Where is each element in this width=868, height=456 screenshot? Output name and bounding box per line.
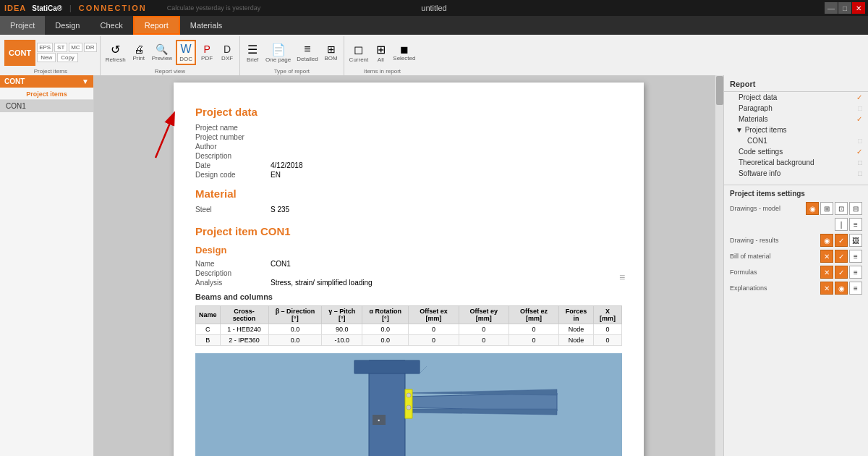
- settings-btn-drawings-2[interactable]: ⊞: [820, 202, 833, 215]
- brand-name: StatiCa®: [32, 4, 62, 12]
- tb-eps-btn[interactable]: EPS: [37, 43, 53, 52]
- settings-row-drawing-results: Drawing - results ◉ ✓ 🖼: [730, 234, 862, 247]
- tb-selected-btn[interactable]: ◼ Selected: [391, 42, 417, 63]
- menu-bar: Project Design Check Report Materials: [0, 16, 868, 35]
- tree-project-data[interactable]: Project data ✓: [724, 92, 868, 103]
- tb-copy-btn[interactable]: Copy: [57, 53, 78, 62]
- tb-dxf-btn[interactable]: D DXF: [218, 42, 237, 63]
- menu-item-materials[interactable]: Materials: [180, 16, 233, 35]
- settings-title: Project items settings: [730, 190, 862, 198]
- right-panel: Report Project data ✓ Paragraph □ Materi…: [723, 75, 868, 456]
- tree-materials[interactable]: Materials ✓: [724, 114, 868, 124]
- settings-btn-results-2[interactable]: ✓: [835, 234, 848, 247]
- page-column-indicator: ≡: [619, 271, 625, 283]
- settings-btn-bom-2[interactable]: ✓: [835, 250, 848, 263]
- tree-project-items[interactable]: ▼ Project items: [724, 124, 868, 135]
- field-desc: Description: [195, 269, 622, 277]
- minimize-button[interactable]: —: [825, 2, 838, 14]
- settings-btn-bom-3[interactable]: ≡: [849, 250, 862, 263]
- settings-btn-row2-1[interactable]: |: [835, 218, 848, 231]
- beams-columns-title: Beams and columns: [195, 292, 622, 301]
- tb-dr-btn[interactable]: DR: [84, 43, 97, 52]
- field-project-number: Project number: [195, 133, 622, 141]
- menu-item-project[interactable]: Project: [0, 16, 45, 35]
- settings-btn-results-3[interactable]: 🖼: [849, 234, 862, 247]
- field-author: Author: [195, 143, 622, 151]
- tb-print-btn[interactable]: 🖨 Print: [129, 42, 148, 63]
- sidebar-expand-icon[interactable]: ▼: [82, 77, 89, 85]
- settings-btn-row2-2[interactable]: ≡: [849, 218, 862, 231]
- tb-preview-btn[interactable]: 🔍 Preview: [150, 42, 174, 63]
- menu-item-design[interactable]: Design: [45, 16, 90, 35]
- settings-bom-icons: ✕ ✓ ≡: [820, 250, 862, 263]
- tb-bom-btn[interactable]: ⊞ BOM: [322, 42, 341, 63]
- close-button[interactable]: ✕: [852, 2, 865, 14]
- settings-icons-row2: | ≡: [835, 218, 862, 231]
- field-design-code: Design code EN: [195, 171, 622, 179]
- tb-current-btn[interactable]: ◻ Current: [347, 41, 371, 64]
- tb-detailed-btn[interactable]: ≡ Detailed: [294, 41, 320, 64]
- sidebar-conn-label: CONT: [4, 77, 25, 85]
- settings-drawing-results-icons: ◉ ✓ 🖼: [820, 234, 862, 247]
- settings-btn-formulas-1[interactable]: ✕: [820, 266, 833, 279]
- beams-columns-section: Beams and columns Name Cross-section β –…: [195, 292, 622, 346]
- settings-btn-drawings-4[interactable]: ⊟: [849, 202, 862, 215]
- col-gamma: γ – Pitch [°]: [322, 306, 362, 324]
- settings-btn-drawings-1[interactable]: ◉: [806, 202, 819, 215]
- tb-onepage-btn[interactable]: 📄 One page: [263, 41, 293, 64]
- title-bar-buttons: — □ ✕: [825, 2, 868, 14]
- field-name: Name CON1: [195, 260, 622, 268]
- tree-code-settings[interactable]: Code settings ✓: [724, 146, 868, 157]
- tb-st-btn[interactable]: ST: [54, 43, 67, 52]
- svg-marker-5: [405, 393, 557, 411]
- scrollbar[interactable]: [715, 75, 723, 456]
- settings-btn-bom-1[interactable]: ✕: [820, 250, 833, 263]
- project-items-label: Project items: [4, 68, 97, 75]
- tree-paragraph[interactable]: Paragraph □: [724, 103, 868, 114]
- tb-cont-btn[interactable]: CONT: [4, 40, 35, 66]
- toolbar: CONT EPS ST MC DR New Copy Project items…: [0, 35, 868, 77]
- col-offset-ey: Offset ey [mm]: [459, 306, 509, 324]
- settings-drawings-label: Drawings - model: [730, 205, 780, 212]
- left-sidebar: CONT ▼ Project items CON1: [0, 75, 94, 456]
- tb-mc-btn[interactable]: MC: [69, 43, 82, 52]
- report-view-label: Report view: [103, 68, 237, 75]
- svg-point-9: [407, 393, 411, 397]
- toolbar-group-project: CONT EPS ST MC DR New Copy Project items: [1, 36, 101, 76]
- tb-pdf-btn[interactable]: P PDF: [197, 42, 216, 63]
- toolbar-group-items: ◻ Current ⊞ All ◼ Selected Items in repo…: [344, 36, 421, 76]
- menu-item-check[interactable]: Check: [90, 16, 133, 35]
- settings-btn-results-1[interactable]: ◉: [820, 234, 833, 247]
- tb-doc-btn[interactable]: W DOC: [176, 40, 196, 65]
- tree-theoretical-background[interactable]: Theoretical background □: [724, 157, 868, 168]
- settings-btn-formulas-2[interactable]: ✓: [835, 266, 848, 279]
- sidebar-item-con1[interactable]: CON1: [0, 100, 93, 112]
- app-logo: IDEA: [3, 4, 27, 12]
- tb-all-btn[interactable]: ⊞ All: [372, 41, 389, 64]
- items-in-report-label: Items in report: [347, 68, 418, 75]
- settings-explanations-label: Explanations: [730, 284, 767, 292]
- col-name: Name: [196, 306, 221, 324]
- settings-btn-explanations-2[interactable]: ◉: [835, 282, 848, 295]
- settings-btn-drawings-3[interactable]: ⊡: [835, 202, 848, 215]
- tb-brief-btn[interactable]: ☰ Brief: [243, 41, 262, 64]
- tb-refresh-btn[interactable]: ↺ Refresh: [103, 41, 128, 64]
- material-title: Material: [195, 187, 622, 200]
- tb-new-btn[interactable]: New: [37, 53, 56, 62]
- toolbar-group-report-view: ↺ Refresh 🖨 Print 🔍 Preview W DOC P PDF …: [101, 36, 240, 76]
- scrollbar-thumb[interactable]: [716, 76, 723, 105]
- svg-point-10: [407, 405, 411, 410]
- settings-btn-explanations-3[interactable]: ≡: [849, 282, 862, 295]
- tree-con1[interactable]: CON1 □: [724, 135, 868, 146]
- maximize-button[interactable]: □: [838, 2, 851, 14]
- settings-btn-formulas-3[interactable]: ≡: [849, 266, 862, 279]
- settings-btn-explanations-1[interactable]: ✕: [820, 282, 833, 295]
- settings-explanations-icons: ✕ ◉ ≡: [820, 282, 862, 295]
- design-subsection: Design Name CON1 Description Analysis St…: [195, 245, 622, 287]
- settings-drawings-icons: ◉ ⊞ ⊡ ⊟: [806, 202, 862, 215]
- col-cross-section: Cross-section: [220, 306, 268, 324]
- design-title: Design: [195, 245, 622, 256]
- tree-software-info[interactable]: Software info □: [724, 168, 868, 179]
- toolbar-group-type: ☰ Brief 📄 One page ≡ Detailed ⊞ BOM Type…: [240, 36, 344, 76]
- menu-item-report[interactable]: Report: [133, 16, 180, 35]
